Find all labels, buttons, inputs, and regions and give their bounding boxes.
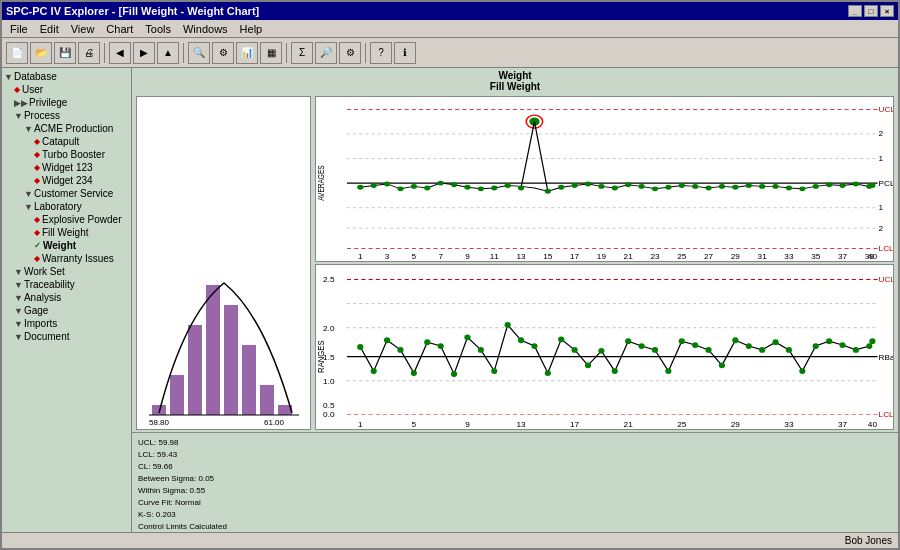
tb-stats[interactable]: Σ: [291, 42, 313, 64]
tree-warranty[interactable]: ◆ Warranty Issues: [4, 252, 129, 265]
tree-laboratory[interactable]: ▼ Laboratory: [4, 200, 129, 213]
menu-tools[interactable]: Tools: [139, 22, 177, 36]
tree-imports[interactable]: ▼ Imports: [4, 317, 129, 330]
tb-back[interactable]: ◀: [109, 42, 131, 64]
svg-point-130: [652, 347, 658, 353]
icon-user: ◆: [14, 85, 20, 94]
menu-windows[interactable]: Windows: [177, 22, 234, 36]
svg-point-120: [518, 337, 524, 343]
tb-open[interactable]: 📂: [30, 42, 52, 64]
tree-workset[interactable]: ▼ Work Set: [4, 265, 129, 278]
svg-point-141: [799, 368, 805, 374]
individuals-svg: UCL=59.98 2 1 PCL=59.66: [316, 97, 893, 261]
svg-text:13: 13: [516, 253, 525, 261]
minimize-button[interactable]: _: [848, 5, 862, 17]
maximize-button[interactable]: □: [864, 5, 878, 17]
tb-forward[interactable]: ▶: [133, 42, 155, 64]
svg-text:UCL=2.62: UCL=2.62: [879, 276, 893, 285]
tree-analysis[interactable]: ▼ Analysis: [4, 291, 129, 304]
tree-label-traceability: Traceability: [24, 279, 75, 290]
info-control-limits: Control Limits Calculated: [138, 521, 892, 532]
tree-widget123[interactable]: ◆ Widget 123: [4, 161, 129, 174]
tree-customer-service[interactable]: ▼ Customer Service: [4, 187, 129, 200]
tree-document[interactable]: ▼ Document: [4, 330, 129, 343]
main-area: ▼ Database ◆ User ▶▶ Privilege ▼ Process…: [2, 68, 898, 532]
svg-point-108: [357, 344, 363, 350]
icon-warranty: ◆: [34, 254, 40, 263]
svg-point-140: [786, 347, 792, 353]
svg-point-69: [869, 183, 875, 188]
tree-explosive[interactable]: ◆ Explosive Powder: [4, 213, 129, 226]
svg-point-116: [464, 334, 470, 340]
menu-file[interactable]: File: [4, 22, 34, 36]
svg-point-52: [652, 186, 658, 191]
svg-point-131: [665, 368, 671, 374]
svg-point-127: [612, 368, 618, 374]
tb-search[interactable]: 🔍: [188, 42, 210, 64]
tb-filter[interactable]: ⚙: [212, 42, 234, 64]
svg-text:5: 5: [412, 420, 417, 429]
svg-text:RBar=1.62: RBar=1.62: [879, 353, 893, 362]
tb-new[interactable]: 📄: [6, 42, 28, 64]
svg-point-147: [869, 338, 875, 344]
tree-acme[interactable]: ▼ ACME Production: [4, 122, 129, 135]
svg-point-39: [464, 185, 470, 190]
tb-zoom[interactable]: 🔎: [315, 42, 337, 64]
tb-up[interactable]: ▲: [157, 42, 179, 64]
svg-point-40: [478, 186, 484, 191]
tb-chart[interactable]: 📊: [236, 42, 258, 64]
tree-turbo[interactable]: ◆ Turbo Booster: [4, 148, 129, 161]
tree-gage[interactable]: ▼ Gage: [4, 304, 129, 317]
tree-label-process: Process: [24, 110, 60, 121]
charts-row: 58.80 61.00 UCL=59.98: [132, 92, 898, 432]
svg-point-133: [692, 342, 698, 348]
svg-point-129: [639, 343, 645, 349]
menu-view[interactable]: View: [65, 22, 101, 36]
tree-label-gage: Gage: [24, 305, 48, 316]
svg-text:7: 7: [438, 253, 443, 261]
ranges-svg: UCL=2.62 RBar=1.62 LCL: [316, 265, 893, 429]
tree-privilege[interactable]: ▶▶ Privilege: [4, 96, 129, 109]
svg-point-57: [719, 184, 725, 189]
tb-separator-2: [183, 43, 184, 63]
svg-point-109: [371, 368, 377, 374]
tree-label-privilege: Privilege: [29, 97, 67, 108]
tree-catapult[interactable]: ◆ Catapult: [4, 135, 129, 148]
svg-point-59: [746, 183, 752, 188]
menu-edit[interactable]: Edit: [34, 22, 65, 36]
svg-point-110: [384, 337, 390, 343]
tree-traceability[interactable]: ▼ Traceability: [4, 278, 129, 291]
close-button[interactable]: ×: [880, 5, 894, 17]
svg-point-62: [786, 186, 792, 191]
icon-widget234: ◆: [34, 176, 40, 185]
svg-text:0.5: 0.5: [323, 401, 335, 410]
tb-info[interactable]: ℹ: [394, 42, 416, 64]
tb-settings[interactable]: ⚙: [339, 42, 361, 64]
tree-label-user: User: [22, 84, 43, 95]
tree-weight[interactable]: ✓ Weight: [4, 239, 129, 252]
svg-point-66: [839, 183, 845, 188]
tree-process[interactable]: ▼ Process: [4, 109, 129, 122]
sidebar: ▼ Database ◆ User ▶▶ Privilege ▼ Process…: [2, 68, 132, 532]
info-ks: K-S: 0.203: [138, 509, 892, 521]
tree-user[interactable]: ◆ User: [4, 83, 129, 96]
tb-table[interactable]: ▦: [260, 42, 282, 64]
svg-point-47: [585, 181, 591, 186]
expand-analysis: ▼: [14, 293, 23, 303]
svg-text:LCL=0.00: LCL=0.00: [879, 411, 893, 420]
svg-point-67: [853, 181, 859, 186]
svg-point-137: [746, 343, 752, 349]
svg-rect-91: [316, 265, 893, 429]
menu-help[interactable]: Help: [234, 22, 269, 36]
tb-save[interactable]: 💾: [54, 42, 76, 64]
svg-point-111: [397, 347, 403, 353]
tree-database[interactable]: ▼ Database: [4, 70, 129, 83]
tree-label-turbo: Turbo Booster: [42, 149, 105, 160]
tb-help[interactable]: ?: [370, 42, 392, 64]
svg-text:25: 25: [677, 253, 686, 261]
menu-chart[interactable]: Chart: [100, 22, 139, 36]
tb-print[interactable]: 🖨: [78, 42, 100, 64]
tree-widget234[interactable]: ◆ Widget 234: [4, 174, 129, 187]
svg-text:21: 21: [624, 420, 634, 429]
tree-fillweight[interactable]: ◆ Fill Weight: [4, 226, 129, 239]
